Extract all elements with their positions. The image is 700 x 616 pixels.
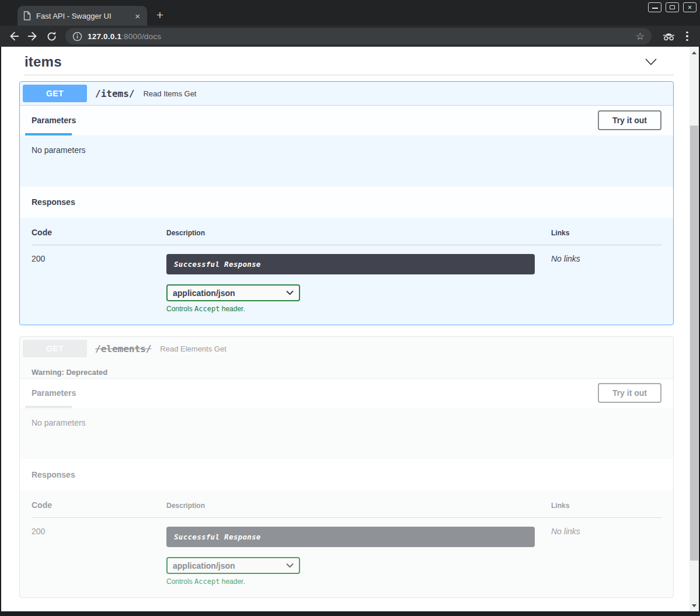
responses-table: Code Description Links 200 Successful Re… [20,218,673,325]
opblock-get-elements-deprecated: GET /elements/ Read Elements Get Warning… [19,336,674,598]
method-badge: GET [23,85,87,102]
response-description: Successful Response [166,254,535,274]
code-column-header: Code [32,228,166,237]
browser-tab[interactable]: Fast API - Swagger UI × [18,6,147,26]
scrollbar-track[interactable] [689,47,699,611]
opblock-summary[interactable]: GET /items/ Read Items Get [20,82,673,106]
endpoint-path: /items/ [95,88,134,99]
tab-parameters[interactable]: Parameters [32,116,76,125]
window-controls: × [648,2,696,12]
page-favicon-icon [23,11,31,20]
endpoint-summary: Read Elements Get [160,344,226,353]
menu-dot [686,39,688,41]
swagger-ui: items GET /items/ Read Items Get Paramet… [1,47,689,611]
response-row: 200 Successful Response application/json… [32,245,661,313]
media-type-wrap: application/json [166,284,300,301]
window-close-button[interactable]: × [683,2,696,12]
accept-note-prefix: Controls [166,577,194,586]
links-column-header: Links [551,502,661,510]
response-description: Successful Response [166,527,535,547]
tag-section-header[interactable]: items [19,53,674,74]
opblock-summary[interactable]: GET /elements/ Read Elements Get [20,337,673,360]
url-path: :8000/docs [121,32,161,41]
active-tab-underline [25,133,72,135]
new-tab-button[interactable]: + [152,7,168,23]
forward-arrow-icon [26,30,39,43]
response-row: 200 Successful Response application/json… [32,518,661,586]
response-code: 200 [32,527,166,586]
responses-title: Responses [20,186,673,218]
triangle-up-icon [692,51,696,54]
browser-menu-button[interactable] [686,32,688,41]
forward-button[interactable] [23,27,42,45]
endpoint-summary: Read Items Get [143,89,196,98]
accept-header-note: Controls Accept header. [166,305,551,313]
window-maximize-button[interactable] [666,2,679,12]
description-column-header: Description [166,229,551,237]
window-minimize-button[interactable] [648,2,661,12]
method-badge: GET [23,340,87,357]
scroll-down-button[interactable] [689,601,699,610]
menu-dot [686,35,688,37]
response-links: No links [551,527,661,586]
back-button[interactable] [5,27,23,45]
active-tab-underline [25,406,72,408]
responses-title: Responses [20,459,673,490]
reload-icon [46,30,58,43]
bookmark-star-icon[interactable]: ☆ [636,32,645,41]
links-column-header: Links [551,229,661,237]
response-links: No links [551,254,661,313]
no-parameters-text: No parameters [20,408,673,459]
try-it-out-button[interactable]: Try it out [598,383,661,403]
url-text: 127.0.0.1:8000/docs [88,32,161,41]
chevron-down-icon[interactable] [645,58,657,66]
endpoint-path: /elements/ [95,343,151,354]
triangle-down-icon [692,604,696,607]
accept-note-code: Accept [194,305,220,313]
accept-note-suffix: header. [220,305,245,313]
media-type-select[interactable]: application/json [166,557,300,574]
incognito-icon [662,31,675,41]
responses-table: Code Description Links 200 Successful Re… [20,490,673,597]
responses-table-header: Code Description Links [32,500,661,518]
browser-titlebar: Fast API - Swagger UI × + × [0,0,700,26]
url-host: 127.0.0.1 [88,32,121,41]
section-title: items [25,54,62,70]
info-icon [72,32,82,41]
responses-table-header: Code Description Links [32,228,661,245]
menu-dot [686,32,688,34]
scrollbar-thumb[interactable] [690,126,698,561]
parameters-header: Parameters Try it out [20,106,673,135]
scroll-up-button[interactable] [689,48,699,57]
opblock-get-items: GET /items/ Read Items Get Parameters Tr… [19,81,674,325]
response-description-cell: Successful Response application/json Con… [166,527,551,586]
maximize-icon [670,5,675,9]
response-description-cell: Successful Response application/json Con… [166,254,551,313]
minimize-icon [652,8,658,9]
accept-note-suffix: header. [220,577,245,586]
description-column-header: Description [166,502,551,510]
code-column-header: Code [32,500,166,510]
address-bar[interactable]: 127.0.0.1:8000/docs ☆ [65,28,652,44]
tab-parameters[interactable]: Parameters [32,388,76,398]
no-parameters-text: No parameters [20,135,673,186]
section-divider [25,75,674,75]
back-arrow-icon [8,30,20,43]
accept-note-prefix: Controls [166,305,194,313]
accept-note-code: Accept [194,577,220,586]
reload-button[interactable] [42,27,61,45]
deprecated-warning: Warning: Deprecated [20,360,673,378]
response-code: 200 [32,254,166,313]
browser-toolbar: 127.0.0.1:8000/docs ☆ [0,26,700,47]
tab-close-icon[interactable]: × [134,12,141,20]
page-content: items GET /items/ Read Items Get Paramet… [1,47,699,611]
try-it-out-button[interactable]: Try it out [598,110,661,130]
media-type-select[interactable]: application/json [166,284,300,301]
media-type-wrap: application/json [166,557,300,574]
accept-header-note: Controls Accept header. [166,577,551,586]
parameters-header: Parameters Try it out [20,378,673,408]
tab-title: Fast API - Swagger UI [36,12,134,20]
